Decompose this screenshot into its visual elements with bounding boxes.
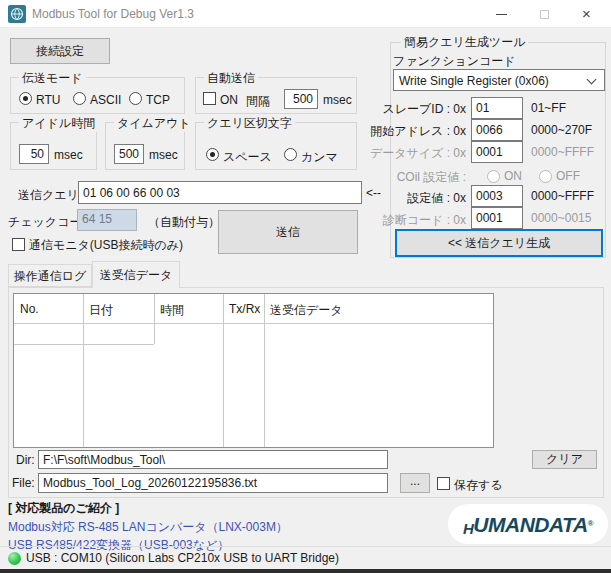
radio-space[interactable] (206, 148, 219, 161)
group-label: タイムアウト (114, 115, 194, 132)
data-size-range: 0000~FFFF (531, 145, 594, 159)
timeout-unit: msec (149, 148, 178, 162)
function-code-value: Write Single Register (0x06) (399, 74, 549, 88)
coil-off-label: OFF (556, 169, 580, 183)
radio-rtu[interactable] (19, 92, 32, 105)
slave-id-input[interactable] (471, 97, 523, 119)
coil-off-radio (539, 170, 552, 183)
grid-line (264, 294, 265, 447)
auto-send-on-checkbox[interactable] (203, 92, 216, 105)
column-header-time[interactable]: 時間 (160, 302, 184, 319)
group-label: 伝送モード (19, 70, 86, 87)
grid-line (154, 294, 155, 344)
query-delimiter-group: クエリ区切文字 スペース カンマ (195, 122, 357, 170)
auto-send-group: 自動送信 ON 間隔 msec (195, 77, 357, 114)
titlebar: Modbus Tool for Debug Ver1.3 × (0, 0, 611, 28)
query-tool-group: 簡易クエリ生成ツール ファンクションコード Write Single Regis… (390, 42, 606, 258)
interval-unit: msec (323, 93, 352, 107)
group-label: 自動送信 (204, 70, 258, 87)
tab-txrx-data[interactable]: 送受信データ (92, 261, 180, 288)
radio-ascii[interactable] (73, 92, 86, 105)
grid-line (14, 323, 493, 324)
idle-time-input[interactable] (19, 144, 49, 164)
data-size-label: データサイズ : 0x (370, 145, 466, 162)
start-address-input[interactable] (471, 119, 523, 141)
dir-input[interactable] (38, 450, 388, 469)
group-label: 簡易クエリ生成ツール (401, 34, 528, 51)
app-window: Modbus Tool for Debug Ver1.3 × 接続設定 伝送モー… (0, 0, 611, 573)
group-label: クエリ区切文字 (204, 115, 295, 132)
save-checkbox[interactable] (437, 477, 450, 490)
set-value-label: 設定値 : 0x (407, 190, 466, 207)
data-size-input (471, 141, 523, 163)
status-separator (0, 546, 611, 547)
start-address-range: 0000~270F (531, 123, 592, 137)
window-title: Modbus Tool for Debug Ver1.3 (32, 7, 194, 21)
close-icon: × (582, 5, 591, 22)
query-arrow: <-- (366, 186, 381, 200)
function-code-select[interactable]: Write Single Register (0x06) (393, 69, 605, 91)
coil-value-label: COil 設定値 : (397, 169, 466, 186)
diag-code-input (471, 207, 523, 229)
comm-monitor-checkbox[interactable] (12, 238, 25, 251)
minimize-button[interactable] (479, 0, 523, 28)
comm-monitor-label: 通信モニタ(USB接続時のみ) (29, 237, 183, 254)
minimize-icon (496, 14, 507, 15)
maximize-icon (540, 10, 549, 19)
browse-button[interactable]: ... (400, 473, 430, 493)
send-query-label: 送信クエリ (18, 187, 79, 204)
column-header-txrx[interactable]: Tx/Rx (229, 302, 260, 316)
interval-label: 間隔 (246, 93, 270, 110)
clear-button[interactable]: クリア (532, 450, 597, 469)
grid-line (14, 344, 154, 345)
maximize-button[interactable] (523, 0, 567, 28)
generate-query-button[interactable]: << 送信クエリ生成 (395, 229, 603, 257)
products-title: [ 対応製品のご紹介 ] (8, 500, 119, 517)
coil-on-label: ON (504, 169, 522, 183)
humandata-logo: HUMANDATA® (448, 504, 608, 544)
radio-space-label: スペース (223, 149, 272, 166)
check-code-field: 64 15 (77, 209, 137, 231)
column-header-data[interactable]: 送受信データ (270, 302, 343, 319)
column-header-date[interactable]: 日付 (89, 302, 113, 319)
function-code-label: ファンクションコード (393, 53, 516, 70)
diag-code-range: 0000~0015 (531, 211, 591, 225)
auto-send-on-label: ON (220, 93, 238, 107)
send-button[interactable]: 送信 (218, 210, 358, 254)
dir-label: Dir: (16, 453, 35, 467)
status-text: USB : COM10 (Silicon Labs CP210x USB to … (26, 551, 339, 565)
product-link-lnx003m[interactable]: Modbus対応 RS-485 LANコンバータ（LNX-003M） (8, 519, 288, 536)
radio-comma[interactable] (284, 148, 297, 161)
set-value-input[interactable] (471, 185, 523, 207)
timeout-group: タイムアウト msec (105, 122, 185, 170)
radio-rtu-label: RTU (36, 93, 60, 107)
logo-text: HUMANDATA® (463, 513, 593, 536)
app-icon (8, 5, 26, 23)
grid-line (223, 294, 224, 447)
slave-id-label: スレーブID : 0x (382, 101, 466, 118)
column-header-no[interactable]: No. (20, 302, 39, 316)
tab-operation-log[interactable]: 操作通信ログ (8, 264, 92, 287)
idle-time-group: アイドル時間 msec (10, 122, 97, 170)
chevron-down-icon (587, 75, 597, 85)
transmission-mode-group: 伝送モード RTU ASCII TCP (10, 77, 185, 114)
close-button[interactable]: × (567, 0, 611, 28)
radio-comma-label: カンマ (301, 149, 338, 166)
timeout-input[interactable] (114, 144, 144, 164)
set-value-range: 0000~FFFF (531, 189, 594, 203)
grid-line (83, 294, 84, 447)
start-address-label: 開始アドレス : 0x (370, 123, 466, 140)
save-label: 保存する (454, 477, 503, 494)
connect-settings-button[interactable]: 接続設定 (10, 38, 110, 64)
file-label: File: (12, 476, 35, 490)
slave-id-range: 01~FF (531, 101, 566, 115)
check-code-note: （自動付与） (148, 214, 220, 231)
bottom-edge (0, 569, 611, 573)
connection-status-icon (8, 552, 21, 565)
radio-tcp[interactable] (129, 92, 142, 105)
diag-code-label: 診断コード : 0x (383, 212, 466, 229)
interval-input[interactable] (284, 89, 318, 109)
send-query-input[interactable] (78, 181, 362, 204)
file-input[interactable] (38, 473, 388, 493)
radio-ascii-label: ASCII (90, 93, 121, 107)
